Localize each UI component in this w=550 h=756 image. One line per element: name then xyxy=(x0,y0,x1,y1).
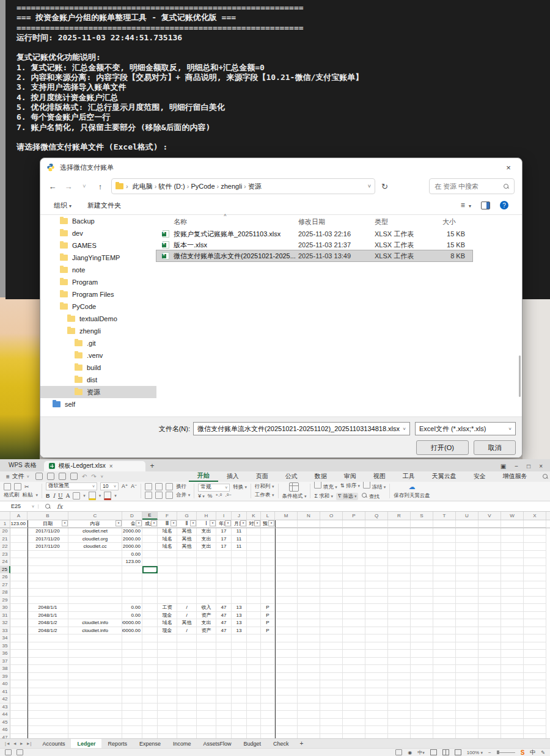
cell-W25[interactable] xyxy=(501,566,524,574)
tree-item[interactable]: textualDemo xyxy=(40,313,156,325)
cell-L26[interactable] xyxy=(261,573,275,581)
column-header-H[interactable]: H xyxy=(197,512,216,520)
cell-G28[interactable] xyxy=(177,589,197,597)
cell-Q44[interactable] xyxy=(365,711,388,719)
sheet-tab-Reports[interactable]: Reports xyxy=(101,739,133,748)
row-header-30[interactable]: 30 xyxy=(0,604,10,612)
cell-C44[interactable] xyxy=(68,711,122,719)
cell-G32[interactable]: 其他 xyxy=(177,619,197,627)
cell-C29[interactable] xyxy=(68,597,122,605)
row-header-1[interactable]: 1 xyxy=(0,520,10,528)
cell-F37[interactable] xyxy=(158,658,177,666)
menu-item-增值服务[interactable]: 增值服务 xyxy=(494,471,536,482)
cell-D41[interactable] xyxy=(122,688,142,696)
cell-T46[interactable] xyxy=(433,726,456,734)
cell-Q33[interactable] xyxy=(365,627,388,635)
cell-D25[interactable] xyxy=(122,566,142,574)
cell-S34[interactable] xyxy=(411,634,433,642)
cell-S35[interactable] xyxy=(411,642,433,650)
cell-A28[interactable] xyxy=(10,589,28,597)
cell-H45[interactable] xyxy=(197,719,216,727)
cell-V37[interactable] xyxy=(479,658,501,666)
paste-button[interactable]: 粘贴 xyxy=(23,492,33,499)
cell-K23[interactable] xyxy=(247,551,261,559)
row-header-37[interactable]: 37 xyxy=(0,658,10,666)
cell-R41[interactable] xyxy=(388,688,411,696)
cell-F27[interactable] xyxy=(158,581,177,589)
cell-L41[interactable] xyxy=(261,688,275,696)
cell-T39[interactable] xyxy=(433,673,456,681)
cell-E31[interactable] xyxy=(142,612,158,620)
cell-B24[interactable] xyxy=(28,558,68,566)
address-bar[interactable]: › 此电脑›软件 (D:)›PyCode›zhengli›资源 ˅ xyxy=(111,178,375,194)
cell-O29[interactable] xyxy=(320,597,343,605)
row-header-25[interactable]: 25 xyxy=(0,566,10,574)
cell-K21[interactable] xyxy=(247,536,261,543)
cell-C31[interactable] xyxy=(68,612,122,620)
cell-B1[interactable]: 日期▾ xyxy=(28,520,68,528)
cell-A24[interactable] xyxy=(10,558,28,566)
cell-I29[interactable] xyxy=(216,597,232,605)
cell-A38[interactable] xyxy=(10,665,28,673)
cell-E39[interactable] xyxy=(142,673,158,681)
cell-H40[interactable] xyxy=(197,680,216,688)
cell-G33[interactable]: / xyxy=(177,627,197,635)
cell-X39[interactable] xyxy=(524,673,546,681)
cell-J27[interactable] xyxy=(232,581,247,589)
bold-button[interactable]: B xyxy=(46,493,50,499)
cell-S28[interactable] xyxy=(411,589,433,597)
cell-T44[interactable] xyxy=(433,711,456,719)
cell-H24[interactable] xyxy=(197,558,216,566)
cell-A26[interactable] xyxy=(10,573,28,581)
cell-F26[interactable] xyxy=(158,573,177,581)
currency-button[interactable]: ¥ ▾ xyxy=(198,493,205,499)
cell-F40[interactable] xyxy=(158,680,177,688)
menu-search-icon[interactable] xyxy=(542,473,548,479)
cell-D47[interactable] xyxy=(122,734,142,738)
cell-A36[interactable] xyxy=(10,650,28,658)
tree-item[interactable]: .git xyxy=(40,337,156,349)
cell-R34[interactable] xyxy=(388,634,411,642)
cell-T25[interactable] xyxy=(433,566,456,574)
decimal-decrease-button[interactable]: ·⁰⁻ xyxy=(225,493,232,499)
cell-K43[interactable] xyxy=(247,703,261,711)
cell-H30[interactable]: 收入 xyxy=(197,604,216,612)
cell-U47[interactable] xyxy=(456,734,479,738)
cell-O30[interactable] xyxy=(320,604,343,612)
breadcrumb-item[interactable]: zhengli xyxy=(219,183,244,190)
cell-E1[interactable]: 成员▾ xyxy=(142,520,158,528)
row-header-32[interactable]: 32 xyxy=(0,619,10,627)
cell-I42[interactable] xyxy=(216,696,232,703)
tree-item[interactable]: PyCode xyxy=(40,300,156,313)
cell-C35[interactable] xyxy=(68,642,122,650)
cell-K38[interactable] xyxy=(247,665,261,673)
cell-C47[interactable] xyxy=(68,734,122,738)
cell-T1[interactable] xyxy=(433,520,456,528)
cell-S43[interactable] xyxy=(411,703,433,711)
cell-O40[interactable] xyxy=(320,680,343,688)
cell-I27[interactable] xyxy=(216,581,232,589)
column-header-O[interactable]: O xyxy=(320,512,343,520)
cell-U40[interactable] xyxy=(456,680,479,688)
cancel-button[interactable]: 取消 xyxy=(474,440,516,455)
print-icon[interactable] xyxy=(59,473,66,480)
cell-R22[interactable] xyxy=(388,543,411,551)
first-sheet-icon[interactable]: |◄ xyxy=(5,741,10,746)
cell-A32[interactable] xyxy=(10,619,28,627)
cell-R40[interactable] xyxy=(388,680,411,688)
cell-P24[interactable] xyxy=(343,558,365,566)
cell-B46[interactable] xyxy=(28,726,68,734)
cell-F36[interactable] xyxy=(158,650,177,658)
cell-M21[interactable] xyxy=(275,536,298,543)
cell-V25[interactable] xyxy=(479,566,501,574)
row-header-31[interactable]: 31 xyxy=(0,612,10,620)
cell-J33[interactable]: 13 xyxy=(232,627,247,635)
cell-C30[interactable] xyxy=(68,604,122,612)
address-caret-icon[interactable]: ˅ xyxy=(368,183,371,189)
cell-S33[interactable] xyxy=(411,627,433,635)
cell-Q26[interactable] xyxy=(365,573,388,581)
cell-P31[interactable] xyxy=(343,612,365,620)
cell-R20[interactable] xyxy=(388,528,411,536)
cell-K36[interactable] xyxy=(247,650,261,658)
cell-W26[interactable] xyxy=(501,573,524,581)
